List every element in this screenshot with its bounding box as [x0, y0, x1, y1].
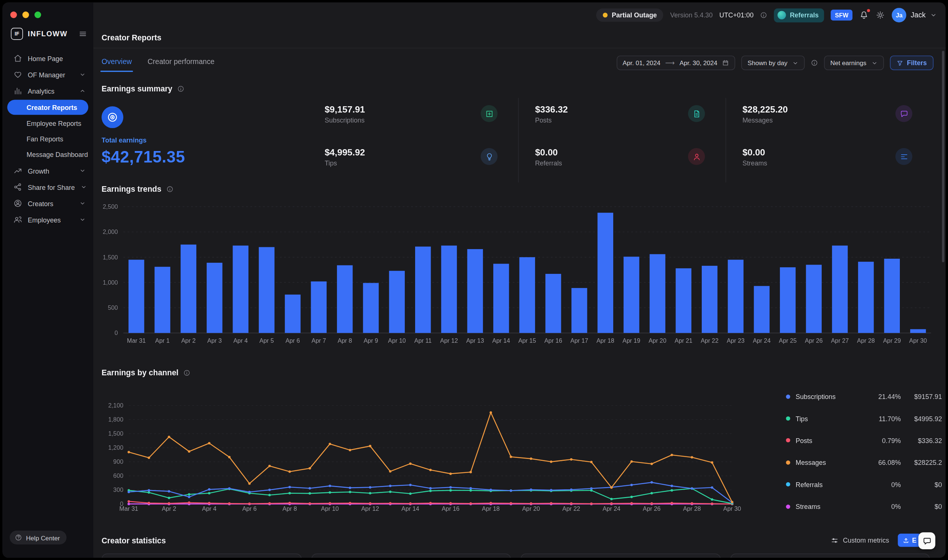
- info-icon[interactable]: [166, 185, 174, 192]
- zoom-window-button[interactable]: [34, 11, 41, 18]
- info-icon[interactable]: [760, 11, 768, 19]
- bar-apr-14[interactable]: [493, 264, 509, 333]
- sidebar-item-creator-reports[interactable]: Creator Reports: [8, 100, 88, 115]
- legend-dot: [786, 482, 790, 486]
- minimize-window-button[interactable]: [22, 11, 29, 18]
- legend-item-tips[interactable]: Tips11.70%$4995.92: [786, 408, 942, 429]
- svg-text:1,200: 1,200: [108, 444, 123, 451]
- sidebar-item-share-for-share[interactable]: Share for Share: [3, 179, 93, 195]
- legend-dot: [786, 460, 790, 465]
- bar-apr-10[interactable]: [389, 271, 405, 333]
- close-window-button[interactable]: [10, 11, 17, 18]
- bar-apr-3[interactable]: [207, 263, 222, 333]
- sidebar-item-fan-reports[interactable]: Fan Reports: [8, 131, 88, 146]
- tab-overview[interactable]: Overview: [102, 57, 132, 72]
- bar-apr-28[interactable]: [858, 262, 874, 333]
- bar-apr-17[interactable]: [571, 288, 587, 333]
- export-icon: [902, 537, 909, 544]
- scrollbar[interactable]: [942, 51, 945, 262]
- shown-by-select[interactable]: Shown by day: [741, 55, 805, 70]
- bar-apr-16[interactable]: [546, 274, 561, 333]
- sidebar-item-employees[interactable]: Employees: [3, 211, 93, 228]
- chevron-down-icon: [79, 71, 86, 78]
- svg-text:Apr 26: Apr 26: [805, 337, 823, 344]
- metric-posts: $336.32Posts: [535, 104, 705, 124]
- metric-value: $28,225.20: [743, 104, 788, 114]
- settings-button[interactable]: [876, 10, 885, 20]
- bar-apr-1[interactable]: [154, 267, 170, 333]
- legend-item-messages[interactable]: Messages66.08%$28225.2: [786, 452, 942, 473]
- bar-apr-7[interactable]: [311, 281, 327, 333]
- bar-apr-26[interactable]: [806, 265, 822, 333]
- bar-apr-22[interactable]: [702, 266, 717, 333]
- sidebar-item-growth[interactable]: Growth: [3, 163, 93, 179]
- legend-item-referrals[interactable]: Referrals0%$0: [786, 473, 942, 495]
- legend-series-name: Subscriptions: [796, 393, 867, 400]
- bar-apr-15[interactable]: [519, 257, 535, 333]
- collapse-sidebar-icon[interactable]: [79, 29, 87, 38]
- bar-apr-20[interactable]: [649, 254, 665, 333]
- bar-apr-8[interactable]: [337, 265, 353, 333]
- info-icon[interactable]: [811, 59, 819, 67]
- bar-apr-18[interactable]: [598, 213, 613, 333]
- series-subscriptions: [129, 482, 732, 502]
- avatar: Ja: [892, 8, 906, 22]
- sidebar-item-creators[interactable]: Creators: [3, 195, 93, 211]
- bar-apr-23[interactable]: [728, 260, 743, 333]
- help-center-button[interactable]: Help Center: [10, 531, 67, 545]
- sidebar-item-analytics[interactable]: Analytics: [3, 83, 93, 99]
- bar-apr-19[interactable]: [624, 257, 639, 333]
- tab-creator-performance[interactable]: Creator performance: [147, 57, 214, 72]
- analytics-icon: [13, 86, 22, 95]
- bar-apr-6[interactable]: [285, 295, 300, 333]
- date-range-picker[interactable]: Apr. 01, 2024 ⟶ Apr. 30, 2024: [617, 55, 735, 70]
- svg-text:Apr 9: Apr 9: [364, 337, 378, 344]
- chevron-down-icon: [871, 60, 878, 66]
- bar-apr-25[interactable]: [780, 267, 795, 333]
- legend-series-name: Posts: [796, 437, 867, 444]
- sfw-badge[interactable]: SFW: [831, 10, 852, 20]
- export-button[interactable]: E: [898, 534, 921, 547]
- info-icon[interactable]: [183, 369, 191, 377]
- bar-apr-27[interactable]: [832, 245, 848, 333]
- target-icon: [102, 106, 123, 128]
- legend-item-posts[interactable]: Posts0.79%$336.32: [786, 429, 942, 451]
- bar-apr-5[interactable]: [259, 247, 274, 333]
- svg-text:Apr 19: Apr 19: [623, 337, 640, 344]
- creator-statistics-title: Creator statistics: [102, 535, 165, 545]
- user-menu[interactable]: Ja Jack: [892, 8, 937, 22]
- legend-series-total: $4995.92: [901, 415, 942, 422]
- svg-text:Apr 25: Apr 25: [779, 337, 797, 344]
- filters-button[interactable]: Filters: [890, 55, 934, 70]
- custom-metrics-button[interactable]: Custom metrics: [831, 536, 889, 544]
- legend-item-subscriptions[interactable]: Subscriptions21.44%$9157.91: [786, 386, 942, 408]
- bar-apr-13[interactable]: [467, 249, 483, 333]
- bar-mar-31[interactable]: [128, 260, 144, 333]
- bar-apr-2[interactable]: [181, 245, 196, 333]
- bar-apr-12[interactable]: [441, 245, 456, 333]
- svg-text:Apr 3: Apr 3: [207, 337, 222, 344]
- bar-apr-21[interactable]: [676, 268, 691, 333]
- status-badge[interactable]: Partial Outage: [596, 9, 664, 22]
- legend-series-name: Streams: [796, 503, 867, 511]
- bar-apr-24[interactable]: [754, 286, 769, 333]
- sidebar-item-home-page[interactable]: Home Page: [3, 50, 93, 67]
- metric-label: Referrals: [535, 160, 562, 167]
- svg-text:Apr 24: Apr 24: [753, 337, 771, 344]
- bar-apr-11[interactable]: [415, 246, 431, 333]
- sidebar-item-message-dashboard[interactable]: Message Dashboard: [8, 147, 88, 162]
- metric-select[interactable]: Net earnings: [824, 55, 884, 70]
- referrals-button[interactable]: Referrals: [774, 8, 824, 22]
- bar-apr-30[interactable]: [910, 329, 926, 333]
- svg-text:Apr 23: Apr 23: [727, 337, 745, 344]
- sidebar-item-employee-reports[interactable]: Employee Reports: [8, 115, 88, 131]
- metric-value: $0.00: [535, 147, 562, 157]
- bar-apr-4[interactable]: [233, 245, 248, 333]
- bar-apr-9[interactable]: [363, 283, 378, 333]
- notifications-button[interactable]: [860, 10, 869, 20]
- bar-apr-29[interactable]: [884, 259, 900, 333]
- sidebar-item-of-manager[interactable]: OF Manager: [3, 67, 93, 83]
- legend-item-streams[interactable]: Streams0%$0: [786, 495, 942, 517]
- chat-launcher-button[interactable]: [919, 532, 936, 549]
- info-icon[interactable]: [177, 85, 184, 92]
